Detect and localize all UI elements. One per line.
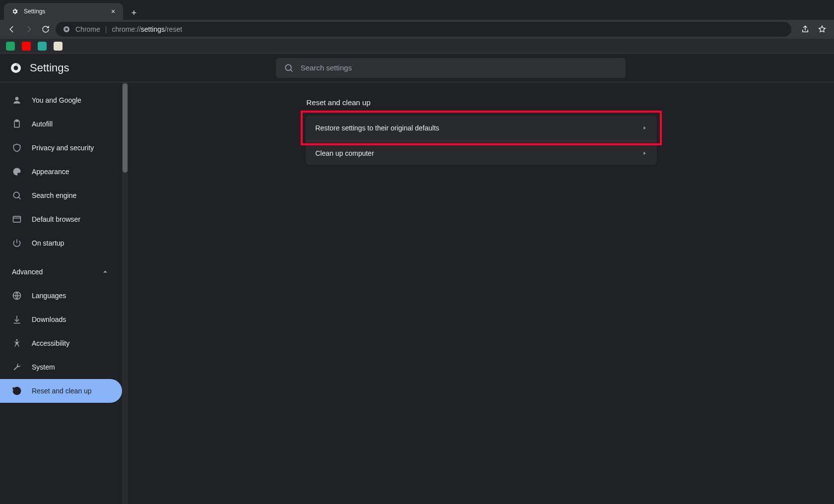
bookmark-icon-2[interactable]: [22, 42, 31, 51]
omnibox-separator: |: [105, 25, 107, 33]
chrome-icon: [63, 25, 70, 33]
wrench-icon: [12, 362, 22, 372]
omnibox-url: chrome://settings/reset: [112, 25, 182, 33]
bookmark-icon-3[interactable]: [38, 42, 47, 51]
sidebar-item-label: Languages: [32, 292, 110, 300]
reset-card: Restore settings to their original defau…: [306, 116, 657, 165]
sidebar-item-downloads[interactable]: Downloads: [0, 308, 122, 331]
sidebar-section-label: Advanced: [12, 268, 92, 276]
sidebar-item-label: Downloads: [32, 315, 110, 323]
sidebar-item-search-engine[interactable]: Search engine: [0, 184, 122, 207]
row-clean-up-computer[interactable]: Clean up computer: [306, 140, 657, 165]
svg-point-8: [13, 192, 19, 198]
sidebar-item-label: You and Google: [32, 96, 110, 104]
sidebar-item-label: Autofill: [32, 120, 110, 128]
chevron-right-icon: [642, 126, 647, 130]
sidebar-item-label: Reset and clean up: [32, 387, 110, 395]
svg-point-4: [285, 64, 291, 70]
search-icon: [284, 63, 294, 73]
bookmarks-bar: [0, 39, 834, 54]
bookmark-icon-1[interactable]: [6, 42, 15, 51]
omnibox-scheme: Chrome: [75, 25, 100, 33]
person-icon: [12, 95, 22, 105]
svg-point-3: [14, 65, 18, 70]
chevron-up-icon: [102, 269, 108, 275]
sidebar-item-default-browser[interactable]: Default browser: [0, 207, 122, 231]
forward-button[interactable]: [22, 22, 36, 36]
restore-icon: [12, 386, 22, 396]
globe-icon: [12, 291, 22, 301]
search-icon: [12, 190, 22, 200]
row-restore-defaults[interactable]: Restore settings to their original defau…: [306, 116, 657, 140]
settings-header: Settings Search settings: [0, 54, 834, 82]
download-icon: [12, 315, 22, 324]
browser-toolbar: Chrome | chrome://settings/reset: [0, 20, 834, 39]
power-icon: [12, 238, 22, 248]
reload-button[interactable]: [39, 22, 53, 36]
sidebar-item-on-startup[interactable]: On startup: [0, 231, 122, 255]
sidebar-item-accessibility[interactable]: Accessibility: [0, 331, 122, 355]
sidebar-section-advanced[interactable]: Advanced: [0, 260, 122, 284]
tab-strip: Settings × +: [0, 0, 834, 20]
gear-icon: [10, 6, 20, 16]
sidebar-item-label: Appearance: [32, 168, 110, 176]
sidebar-item-you-and-google[interactable]: You and Google: [0, 88, 122, 112]
clipboard-icon: [12, 119, 22, 129]
tab-close-button[interactable]: ×: [109, 7, 117, 15]
search-placeholder: Search settings: [301, 63, 352, 72]
sidebar-item-reset[interactable]: Reset and clean up: [0, 379, 122, 403]
sidebar-item-privacy[interactable]: Privacy and security: [0, 136, 122, 160]
search-settings-input[interactable]: Search settings: [276, 58, 626, 78]
browser-tab-settings[interactable]: Settings ×: [4, 3, 123, 20]
settings-page: Settings Search settings You and Google: [0, 54, 834, 504]
sidebar-item-autofill[interactable]: Autofill: [0, 112, 122, 136]
tab-title: Settings: [24, 8, 105, 15]
sidebar-scrollbar[interactable]: [122, 82, 128, 504]
chevron-right-icon: [642, 151, 647, 156]
new-tab-button[interactable]: +: [127, 6, 141, 20]
shield-icon: [12, 143, 22, 153]
sidebar-item-label: Search engine: [32, 191, 110, 199]
bookmark-star-button[interactable]: [815, 22, 829, 36]
palette-icon: [12, 167, 22, 177]
sidebar-item-label: On startup: [32, 239, 110, 247]
accessibility-icon: [12, 338, 22, 348]
settings-sidebar: You and Google Autofill Privacy and secu…: [0, 82, 122, 504]
svg-point-1: [65, 28, 67, 30]
svg-rect-9: [13, 216, 21, 222]
page-title: Settings: [30, 62, 69, 74]
svg-rect-7: [16, 120, 18, 122]
back-button[interactable]: [5, 22, 19, 36]
sidebar-item-label: Default browser: [32, 215, 110, 223]
svg-point-5: [15, 97, 19, 100]
bookmark-icon-4[interactable]: [54, 42, 63, 51]
row-label: Clean up computer: [316, 149, 374, 157]
sidebar-item-languages[interactable]: Languages: [0, 284, 122, 308]
sidebar-item-label: System: [32, 363, 110, 371]
share-button[interactable]: [798, 22, 812, 36]
row-label: Restore settings to their original defau…: [316, 124, 440, 132]
sidebar-scrollbar-thumb[interactable]: [123, 83, 128, 173]
chrome-logo-icon: [10, 62, 22, 74]
browser-window-icon: [12, 214, 22, 224]
sidebar-item-label: Accessibility: [32, 339, 110, 347]
sidebar-item-label: Privacy and security: [32, 144, 110, 152]
section-title: Reset and clean up: [307, 98, 657, 107]
address-bar[interactable]: Chrome | chrome://settings/reset: [56, 22, 791, 37]
settings-content: Reset and clean up Restore settings to t…: [128, 82, 834, 504]
sidebar-item-appearance[interactable]: Appearance: [0, 160, 122, 184]
sidebar-item-system[interactable]: System: [0, 355, 122, 379]
svg-point-11: [16, 339, 17, 341]
